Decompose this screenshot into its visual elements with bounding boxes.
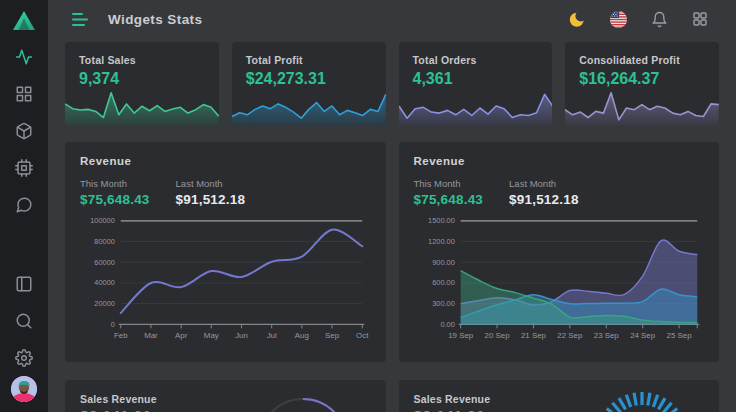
svg-text:Jul: Jul <box>267 331 277 340</box>
stat-label: Total Orders <box>413 54 539 66</box>
svg-text:Oct: Oct <box>356 331 369 340</box>
sidebar-item-search[interactable] <box>15 312 33 330</box>
svg-text:300.00: 300.00 <box>432 299 455 308</box>
notifications-button[interactable] <box>651 11 668 28</box>
sidebar-item-layout[interactable] <box>15 275 33 293</box>
layout-panel-icon <box>15 275 33 293</box>
page-title: Widgets Stats <box>108 12 202 27</box>
svg-text:60000: 60000 <box>94 258 115 267</box>
this-month-value: $75,648.43 <box>80 192 150 207</box>
package-box-icon <box>15 122 33 140</box>
svg-text:Sep: Sep <box>325 331 340 340</box>
revenue-line-card: Revenue This Month $75,648.43 Last Month… <box>65 142 386 362</box>
svg-text:19 Sep: 19 Sep <box>448 331 474 340</box>
sidebar <box>0 0 48 412</box>
card-title: Revenue <box>414 155 705 167</box>
total-profit-sparkline <box>232 88 386 126</box>
svg-text:21 Sep: 21 Sep <box>520 331 546 340</box>
stat-card-consolidated-profit[interactable]: Consolidated Profit $16,264.37 <box>565 42 719 126</box>
revenue-area-chart: 0.00300.00600.00900.001200.001500.0019 S… <box>414 213 705 351</box>
last-month-block: Last Month $91,512.18 <box>509 178 579 207</box>
svg-text:900.00: 900.00 <box>432 258 455 267</box>
menu-toggle-button[interactable] <box>72 12 90 27</box>
svg-text:0.00: 0.00 <box>440 320 454 329</box>
svg-text:80000: 80000 <box>94 237 115 246</box>
stat-value: 9,374 <box>79 70 205 88</box>
stat-value: $16,264.37 <box>579 70 705 88</box>
sidebar-item-activity[interactable] <box>15 48 33 66</box>
this-month-label: This Month <box>414 178 484 189</box>
stat-label: Total Sales <box>79 54 205 66</box>
revenue-cards-row: Revenue This Month $75,648.43 Last Month… <box>65 142 719 362</box>
sidebar-item-package[interactable] <box>15 122 33 140</box>
total-orders-sparkline <box>399 88 553 126</box>
apps-menu-button[interactable] <box>692 11 708 27</box>
last-month-label: Last Month <box>509 178 579 189</box>
stat-card-total-sales[interactable]: Total Sales 9,374 <box>65 42 219 126</box>
svg-text:23 Sep: 23 Sep <box>593 331 619 340</box>
svg-text:Apr: Apr <box>175 331 188 340</box>
this-month-value: $75,648.43 <box>414 192 484 207</box>
content: Total Sales 9,374 Total Profit $24,273.3… <box>48 38 736 412</box>
svg-text:Feb: Feb <box>114 331 128 340</box>
svg-text:24 Sep: 24 Sep <box>630 331 656 340</box>
stat-label: Total Profit <box>246 54 372 66</box>
dark-mode-toggle[interactable] <box>569 11 586 28</box>
card-title: Revenue <box>80 155 371 167</box>
revenue-summary: This Month $75,648.43 Last Month $91,512… <box>414 178 705 207</box>
stat-value: 4,361 <box>413 70 539 88</box>
apps-grid-icon <box>692 11 708 27</box>
svg-text:600.00: 600.00 <box>432 278 455 287</box>
this-month-block: This Month $75,648.43 <box>80 178 150 207</box>
us-flag-icon <box>610 11 627 28</box>
this-month-block: This Month $75,648.43 <box>414 178 484 207</box>
svg-text:25 Sep: 25 Sep <box>666 331 692 340</box>
chat-bubble-icon <box>15 196 33 214</box>
activity-icon <box>15 48 33 66</box>
main-area: Widgets Stats <box>48 0 736 412</box>
svg-text:Aug: Aug <box>295 331 309 340</box>
svg-text:20000: 20000 <box>94 299 115 308</box>
cpu-icon <box>15 159 33 177</box>
stat-card-total-profit[interactable]: Total Profit $24,273.31 <box>232 42 386 126</box>
stat-label: Consolidated Profit <box>579 54 705 66</box>
hamburger-icon <box>72 12 90 27</box>
bell-icon <box>651 11 668 28</box>
gear-icon <box>15 349 33 367</box>
sidebar-item-chat[interactable] <box>15 196 33 214</box>
revenue-line-chart: 020000400006000080000100000FebMarAprMayJ… <box>80 213 371 351</box>
revenue-summary: This Month $75,648.43 Last Month $91,512… <box>80 178 371 207</box>
consolidated-profit-sparkline <box>565 88 719 126</box>
svg-text:May: May <box>204 331 219 340</box>
sidebar-item-cpu[interactable] <box>15 159 33 177</box>
total-sales-sparkline <box>65 88 219 126</box>
language-selector[interactable] <box>610 11 627 28</box>
sidebar-item-settings[interactable] <box>15 349 33 367</box>
bottom-cards-row: Sales Revenue $9,641.26 Sales Revenue $9… <box>65 380 719 412</box>
sales-revenue-card-right: Sales Revenue $9,641.26 <box>399 380 720 412</box>
revenue-area-card: Revenue This Month $75,648.43 Last Month… <box>399 142 720 362</box>
svg-text:22 Sep: 22 Sep <box>557 331 583 340</box>
svg-text:0: 0 <box>111 320 115 329</box>
svg-text:Jun: Jun <box>235 331 248 340</box>
moon-icon <box>569 11 586 28</box>
svg-text:20 Sep: 20 Sep <box>484 331 510 340</box>
app-root: Widgets Stats <box>0 0 736 412</box>
svg-text:100000: 100000 <box>90 216 115 225</box>
last-month-block: Last Month $91,512.18 <box>176 178 246 207</box>
stat-value: $24,273.31 <box>246 70 372 88</box>
last-month-value: $91,512.18 <box>509 192 579 207</box>
last-month-label: Last Month <box>176 178 246 189</box>
user-avatar[interactable] <box>11 376 37 402</box>
stat-card-total-orders[interactable]: Total Orders 4,361 <box>399 42 553 126</box>
widgets-grid-icon <box>15 85 33 103</box>
header-icons <box>569 11 708 28</box>
sales-revenue-card-left: Sales Revenue $9,641.26 <box>65 380 386 412</box>
app-logo-icon[interactable] <box>11 8 37 34</box>
svg-text:1500.00: 1500.00 <box>428 216 455 225</box>
sidebar-item-widgets[interactable] <box>15 85 33 103</box>
top-header: Widgets Stats <box>48 0 736 38</box>
svg-text:1200.00: 1200.00 <box>428 237 455 246</box>
sales-revenue-tick-gauge <box>587 382 697 412</box>
search-icon <box>15 312 33 330</box>
